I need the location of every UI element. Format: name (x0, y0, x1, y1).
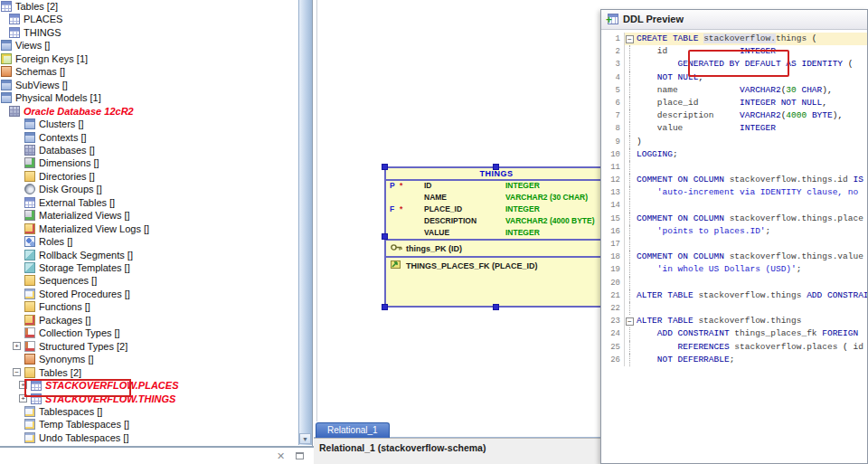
tree-item-label: SubViews [] (15, 80, 68, 90)
ddl-line-text: place_id INTEGER NOT NULL, (637, 97, 867, 109)
ddl-preview-title: DDL Preview (623, 14, 684, 24)
tree-item-stackoverflow-places[interactable]: +STACKOVERFLOW.PLACES (0, 379, 312, 393)
tree-item-temp-tablespaces[interactable]: Temp Tablespaces [] (0, 418, 312, 431)
entity-column-row[interactable]: F*PLACE_IDINTEGER (386, 204, 607, 216)
tree-item-tables-2[interactable]: −Tables [2] (0, 366, 312, 380)
ddl-line-text: name VARCHAR2(30 CHAR), (637, 84, 867, 97)
expand-plus-icon[interactable]: + (13, 342, 21, 350)
tree-item-schemas[interactable]: Schemas [] (0, 65, 312, 79)
resize-handle-bottom-center[interactable] (493, 304, 499, 310)
entity-things[interactable]: THINGS P*IDINTEGERNAMEVARCHAR2 (30 CHAR)… (384, 166, 609, 308)
fold-guide-column (625, 302, 637, 315)
tree-item-foreign-keys-1[interactable]: Foreign Keys [1] (0, 52, 312, 66)
subviews-icon (1, 80, 12, 90)
tree-item-stored-procedures[interactable]: Stored Procedures [] (0, 288, 312, 301)
resize-handle-bottom-left[interactable] (382, 304, 388, 310)
tree-item-materialized-view-logs[interactable]: Materialized View Logs [] (0, 223, 312, 236)
line-number: 11 (601, 161, 625, 174)
tree-item-collection-types[interactable]: Collection Types [] (0, 327, 312, 340)
ddl-line: 11 (601, 161, 867, 174)
tree-item-synonyms[interactable]: Synonyms [] (0, 353, 312, 366)
structured-types-icon (24, 341, 35, 352)
tree-item-places[interactable]: PLACES (0, 13, 312, 26)
ddl-preview-titlebar[interactable]: DDL Preview (601, 10, 867, 30)
tree-item-storage-templates[interactable]: Storage Templates [] (0, 261, 312, 275)
collapse-minus-icon[interactable]: − (13, 368, 21, 376)
tree-item-directories[interactable]: Directories [] (0, 170, 312, 184)
tree-item-label: Rollback Segments [] (39, 250, 133, 260)
tree-item-label: External Tables [] (39, 197, 115, 208)
entity-column-row[interactable]: DESCRIPTIONVARCHAR2 (4000 BYTE) (386, 216, 607, 228)
tree-item-label: Databases [] (39, 145, 95, 156)
tree-item-label: Tablespaces [] (39, 406, 102, 417)
tree-item-tables-2[interactable]: Tables [2] (0, 0, 312, 14)
fold-guide-column (625, 213, 637, 225)
schemas-icon (1, 66, 12, 77)
line-number: 7 (601, 109, 625, 122)
fold-guide-column (625, 225, 637, 238)
tree-item-functions[interactable]: Functions [] (0, 300, 312, 314)
functions-icon (24, 301, 35, 312)
tree-item-sequences[interactable]: Sequences [] (0, 274, 312, 288)
tree-item-rollback-segments[interactable]: Rollback Segments [] (0, 249, 312, 262)
tree-item-label: Dimensions [] (39, 157, 99, 168)
tree-item-label: Contexts [] (39, 132, 87, 143)
tree-item-materialized-views[interactable]: Materialized Views [] (0, 209, 312, 223)
object-browser-tree[interactable]: Tables [2]PLACESTHINGSViews []Foreign Ke… (0, 0, 313, 446)
resize-handle-top-center[interactable] (493, 164, 499, 170)
line-number: 10 (601, 148, 625, 161)
close-icon[interactable]: ✕ (277, 451, 285, 460)
tree-vertical-scrollbar[interactable]: ▼ (298, 0, 312, 445)
tree-item-stackoverflow-things[interactable]: +STACKOVERFLOW.THINGS (0, 393, 312, 406)
entity-title: THINGS (386, 168, 607, 181)
tree-item-things[interactable]: THINGS (0, 26, 312, 40)
line-number: 5 (601, 84, 625, 97)
tree-item-contexts[interactable]: Contexts [] (0, 131, 312, 145)
scroll-down-arrow-icon[interactable]: ▼ (299, 433, 311, 444)
tree-item-label: STACKOVERFLOW.PLACES (45, 380, 178, 391)
fk-label: THINGS_PLACES_FK (PLACE_ID) (406, 261, 538, 270)
ddl-code-editor[interactable]: 1−CREATE TABLE stackoverflow.things (2 i… (601, 30, 867, 366)
ddl-line: 17 (601, 238, 867, 251)
entity-column-row[interactable]: NAMEVARCHAR2 (30 CHAR) (386, 193, 607, 204)
resize-handle-middle-left[interactable] (382, 233, 388, 240)
tree-item-label: THINGS (24, 27, 61, 38)
restore-window-icon[interactable] (296, 452, 304, 459)
tree-item-packages[interactable]: Packages [] (0, 314, 312, 327)
ddl-line-text: COMMENT ON COLUMN stackoverflow.things.i… (637, 174, 867, 186)
tree-item-label: Synonyms [] (39, 354, 94, 365)
tables-folder-icon (24, 367, 35, 378)
tree-item-undo-tablespaces[interactable]: Undo Tablespaces [] (0, 431, 312, 445)
tree-item-dimensions[interactable]: Dimensions [] (0, 156, 312, 170)
column-mandatory-flag: * (400, 181, 402, 190)
expand-plus-icon[interactable]: + (19, 394, 27, 402)
tree-item-disk-groups[interactable]: Disk Groups [] (0, 183, 312, 196)
tree-item-views[interactable]: Views [] (0, 39, 312, 52)
tree-item-physical-models-1[interactable]: Physical Models [1] (0, 91, 312, 105)
code-fold-minus-icon[interactable]: − (626, 317, 634, 326)
ddl-preview-window[interactable]: DDL Preview 1−CREATE TABLE stackoverflow… (600, 9, 868, 464)
foreign-keys-icon (1, 53, 12, 64)
tree-item-external-tables[interactable]: External Tables [] (0, 196, 312, 210)
tab-relational-1[interactable]: Relational_1 (316, 422, 390, 438)
panel-splitter[interactable] (314, 0, 317, 446)
rollback-segments-icon (24, 250, 35, 260)
tree-item-clusters[interactable]: Clusters [] (0, 118, 312, 131)
tree-item-tablespaces[interactable]: Tablespaces [] (0, 405, 312, 419)
expand-plus-icon[interactable]: + (19, 381, 27, 389)
tree-item-label: Oracle Database 12cR2 (24, 106, 134, 117)
tree-item-structured-types-2[interactable]: +Structured Types [2] (0, 340, 312, 354)
tree-item-roles[interactable]: Roles [] (0, 235, 312, 249)
primary-key-icon (391, 243, 402, 251)
tree-item-label: Storage Templates [] (39, 262, 130, 273)
resize-handle-top-left[interactable] (382, 164, 388, 170)
tree-item-databases[interactable]: Databases [] (0, 144, 312, 157)
tree-item-label: Schemas [] (15, 66, 65, 77)
line-number: 13 (601, 186, 625, 199)
tree-item-oracle-database-12cr2[interactable]: Oracle Database 12cR2 (0, 105, 312, 118)
ddl-line-text: COMMENT ON COLUMN stackoverflow.things.p… (637, 213, 867, 225)
entity-column-row[interactable]: P*IDINTEGER (386, 181, 607, 193)
line-number: 8 (601, 122, 625, 135)
tree-item-subviews[interactable]: SubViews [] (0, 79, 312, 92)
code-fold-minus-icon[interactable]: − (626, 35, 634, 43)
